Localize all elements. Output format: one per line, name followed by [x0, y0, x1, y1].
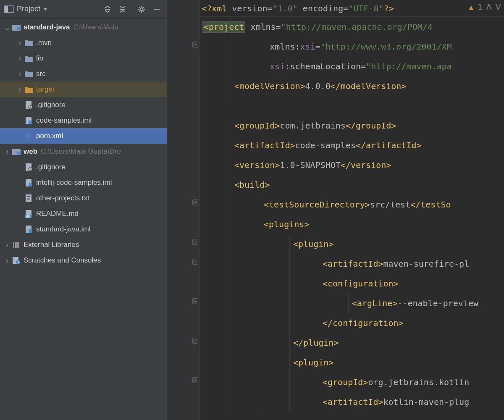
svg-rect-30 [27, 200, 29, 200]
file-maven-icon: m [24, 132, 34, 140]
tree-item-label: pom.xml [36, 132, 63, 140]
tree-item-standard-java-iml[interactable]: standard-java.iml [0, 221, 167, 237]
chevron-right-icon[interactable]: › [3, 147, 11, 156]
code-line[interactable]: <configuration> [200, 273, 504, 293]
svg-rect-5 [12, 25, 16, 26]
tree-item-readme-md[interactable]: MDREADME.md [0, 206, 167, 221]
code-line[interactable]: xmlns:xsi="http://www.w3.org/2001/XM [200, 37, 504, 56]
fold-marker-icon[interactable]: − [192, 259, 198, 265]
code-line[interactable]: <version>1.0-SNAPSHOT</version> [200, 155, 504, 175]
sidebar-title[interactable]: Project [17, 5, 40, 13]
code-line[interactable]: <artifactId>kotlin-maven-plug [200, 392, 504, 412]
tree-item-label: target [36, 85, 54, 94]
chevron-down-icon[interactable]: ᐯ [496, 3, 501, 11]
code-line[interactable]: </plugin> [200, 333, 504, 352]
svg-rect-10 [25, 56, 28, 58]
chevron-down-icon[interactable]: ⌄ [3, 22, 11, 32]
tree-item-label: code-samples.iml [36, 116, 92, 125]
code-line[interactable]: <project xmlns="http://maven.apache.org/… [200, 17, 504, 37]
svg-rect-8 [25, 40, 28, 42]
tree-item-path: C:\Users\Mala Gupta\Dro [41, 147, 121, 156]
chevron-down-icon[interactable]: ▼ [43, 6, 48, 12]
tree-item-src[interactable]: ›src [0, 66, 167, 81]
code-line[interactable]: <artifactId>code-samples</artifactId> [200, 135, 504, 155]
tree-item-label: standard-java [24, 23, 70, 32]
code-line[interactable]: <groupId>com.jetbrains</groupId> [200, 116, 504, 135]
code-line[interactable]: xsi:schemaLocation="http://maven.apa [200, 56, 504, 76]
code-line[interactable]: <build> [200, 175, 504, 194]
tree-item-web[interactable]: ›webC:\Users\Mala Gupta\Dro [0, 144, 167, 159]
chevron-right-icon[interactable]: › [16, 69, 24, 79]
tree-item-label: .gitignore [36, 163, 66, 171]
tree-item-code-samples-iml[interactable]: code-samples.iml [0, 113, 167, 128]
fold-marker-icon[interactable]: − [192, 377, 198, 383]
code-editor[interactable]: ▲ 1 ᐱ ᐯ <?xml version="1.0" encoding="UT… [200, 0, 504, 420]
svg-rect-39 [18, 242, 19, 248]
folder-icon [24, 55, 34, 62]
svg-point-2 [140, 8, 143, 10]
tree-item-external-libraries[interactable]: ›External Libraries [0, 237, 167, 252]
code-line[interactable]: <argLine>--enable-preview [200, 293, 504, 313]
tree-item--gitignore[interactable]: .gitignore [0, 97, 167, 113]
fold-marker-icon[interactable]: − [192, 298, 198, 304]
code-line[interactable]: <?xml version="1.0" encoding="UTF-8"?> [200, 0, 504, 17]
svg-rect-14 [25, 87, 28, 89]
project-tree[interactable]: ⌄standard-javaC:\Users\Mala›.mvn›lib›src… [0, 18, 167, 420]
fold-marker-icon[interactable]: − [192, 42, 198, 47]
chevron-right-icon[interactable]: › [16, 38, 24, 47]
svg-rect-35 [29, 229, 32, 233]
editor-gutter[interactable]: −−−−−−− [167, 0, 200, 420]
file-git-icon [24, 101, 34, 109]
chevron-right-icon[interactable]: › [3, 255, 11, 265]
minimize-icon[interactable] [150, 3, 163, 16]
svg-rect-3 [154, 9, 160, 10]
module-icon [12, 24, 21, 31]
tree-item-standard-java[interactable]: ⌄standard-javaC:\Users\Mala [0, 19, 167, 35]
code-line[interactable]: <artifactId>maven-surefire-pl [200, 254, 504, 273]
tree-item--gitignore[interactable]: .gitignore [0, 159, 167, 175]
code-line[interactable]: <plugin> [200, 352, 504, 372]
code-line[interactable] [200, 96, 504, 116]
tree-item-pom-xml[interactable]: mpom.xml [0, 128, 167, 144]
code-line[interactable]: <groupId>org.jetbrains.kotlin [200, 372, 504, 392]
tree-item-other-projects-txt[interactable]: other-projects.txt [0, 190, 167, 206]
tree-item-label: README.md [36, 210, 79, 218]
code-line[interactable]: <plugin> [200, 234, 504, 254]
svg-rect-6 [17, 27, 20, 30]
fold-marker-icon[interactable]: − [192, 200, 198, 205]
code-line[interactable]: </configuration> [200, 313, 504, 333]
tree-item-target[interactable]: ›target [0, 81, 167, 97]
tree-item--mvn[interactable]: ›.mvn [0, 35, 167, 50]
tree-item-label: intellij-code-samples.iml [36, 178, 112, 187]
tree-item-lib[interactable]: ›lib [0, 50, 167, 66]
expand-all-icon[interactable] [101, 3, 114, 16]
code-line[interactable]: <modelVersion>4.0.0</modelVersion> [200, 76, 504, 96]
chevron-right-icon[interactable]: › [16, 53, 24, 63]
tree-item-label: other-projects.txt [36, 194, 89, 202]
tree-item-label: Scratches and Consoles [24, 256, 101, 265]
collapse-all-icon[interactable] [116, 3, 129, 16]
chevron-up-icon[interactable]: ᐱ [486, 3, 491, 11]
svg-text:MD: MD [26, 215, 30, 218]
code-line[interactable]: <plugins> [200, 214, 504, 234]
fold-marker-icon[interactable]: − [192, 338, 198, 344]
fold-marker-icon[interactable]: − [192, 239, 198, 245]
chevron-right-icon[interactable]: › [3, 240, 11, 249]
svg-rect-36 [13, 242, 14, 248]
file-git-icon [24, 163, 34, 171]
svg-rect-29 [27, 198, 30, 199]
gear-icon[interactable] [135, 3, 148, 16]
warning-icon: ▲ [469, 3, 473, 11]
tree-item-label: src [36, 70, 46, 78]
inspections-widget[interactable]: ▲ 1 ᐱ ᐯ [469, 3, 501, 11]
module-icon [12, 148, 21, 155]
tree-item-scratches-and-consoles[interactable]: ›Scratches and Consoles [0, 252, 167, 268]
tree-item-intellij-code-samples-iml[interactable]: intellij-code-samples.iml [0, 175, 167, 190]
sidebar-header: Project ▼ [0, 0, 167, 18]
svg-text:m: m [24, 132, 30, 140]
svg-rect-26 [29, 183, 32, 186]
chevron-right-icon[interactable]: › [16, 84, 24, 94]
file-md-icon: MD [24, 210, 34, 218]
code-line[interactable]: <testSourceDirectory>src/test</testSo [200, 194, 504, 214]
folder-icon [24, 39, 34, 46]
